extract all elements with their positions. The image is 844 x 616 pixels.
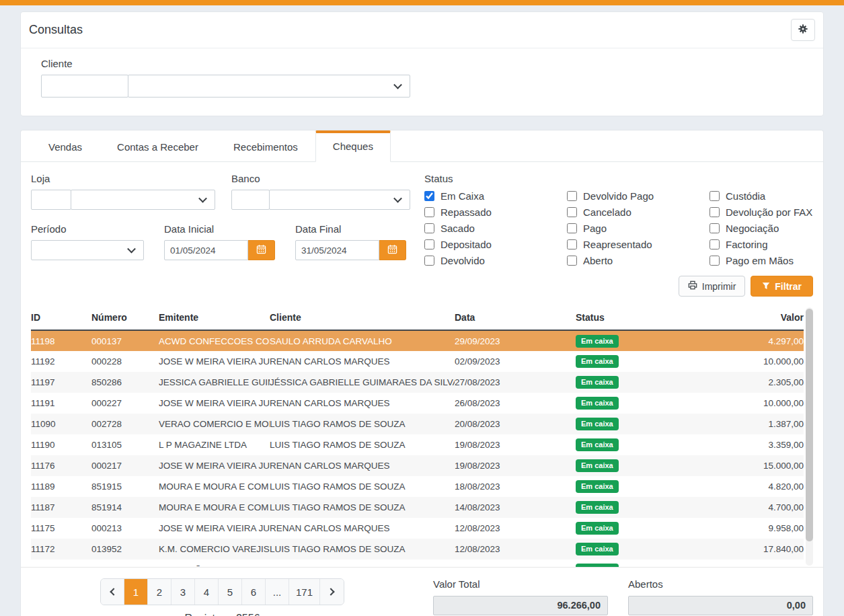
footer-bar: 123456...171 Registros: 2556 Valor Total… bbox=[21, 567, 823, 616]
status-option[interactable]: Devolvido bbox=[424, 255, 567, 266]
status-option[interactable]: Devolução por FAX bbox=[709, 206, 844, 218]
data-inicial-calendar-button[interactable] bbox=[248, 240, 275, 260]
cliente-code-input[interactable] bbox=[41, 75, 128, 98]
data-final-calendar-button[interactable] bbox=[379, 240, 406, 260]
table-row[interactable]: 11090002728VERAO COMERCIO E MODAS…LUIS T… bbox=[31, 414, 804, 434]
page-button[interactable]: 2 bbox=[148, 579, 171, 605]
cell-data: 18/08/2023 bbox=[455, 476, 576, 497]
column-header-emitente: Emitente bbox=[159, 306, 270, 330]
status-option[interactable]: Custódia bbox=[709, 190, 844, 202]
periodo-select[interactable] bbox=[31, 240, 144, 260]
status-checkbox[interactable] bbox=[709, 223, 720, 233]
status-checkbox[interactable] bbox=[424, 239, 434, 249]
status-option[interactable]: Reapresentado bbox=[567, 239, 709, 250]
table-scrollbar-thumb[interactable] bbox=[806, 309, 813, 541]
status-option[interactable]: Sacado bbox=[424, 223, 567, 234]
status-checkbox[interactable] bbox=[424, 256, 434, 266]
column-header-valor: Valor bbox=[703, 306, 804, 330]
status-option[interactable]: Repassado bbox=[424, 206, 567, 218]
status-option-label: Devolvido bbox=[440, 255, 485, 266]
data-final-input[interactable] bbox=[295, 240, 379, 260]
loja-select[interactable] bbox=[71, 190, 215, 210]
page-button[interactable]: ... bbox=[266, 579, 289, 605]
status-option-label: Depositado bbox=[440, 239, 492, 250]
chevron-left-icon bbox=[110, 588, 117, 595]
status-option[interactable]: Negociação bbox=[709, 223, 844, 234]
imprimir-button[interactable]: Imprimir bbox=[679, 276, 746, 297]
tab-recebimentos[interactable]: Recebimentos bbox=[216, 130, 315, 162]
status-option[interactable]: Aberto bbox=[567, 255, 709, 266]
cell-id: 11090 bbox=[31, 414, 91, 434]
page-button[interactable]: 3 bbox=[171, 579, 195, 605]
page-button[interactable]: 1 bbox=[124, 579, 148, 605]
page-button[interactable]: 171 bbox=[289, 579, 320, 605]
table-row[interactable]: 11191000227JOSE W MEIRA VIEIRA JUNIORREN… bbox=[31, 393, 804, 414]
tab-cheques[interactable]: Cheques bbox=[315, 130, 391, 162]
status-option[interactable]: Factoring bbox=[709, 239, 844, 250]
page-button[interactable]: 5 bbox=[219, 579, 242, 605]
pagination: 123456...171 bbox=[100, 578, 344, 605]
cliente-select[interactable] bbox=[128, 75, 410, 98]
status-checkbox[interactable] bbox=[567, 239, 577, 249]
cell-status: Em caixa bbox=[576, 539, 703, 560]
cell-valor: 10.000,00 bbox=[703, 351, 804, 372]
status-option[interactable]: Depositado bbox=[424, 239, 567, 250]
table-row[interactable]: 11176000217JOSE W MEIRA VIEIRA JUNIORREN… bbox=[31, 455, 804, 476]
status-checkbox[interactable] bbox=[567, 223, 577, 233]
status-checkbox[interactable] bbox=[567, 191, 577, 201]
filtrar-button[interactable]: Filtrar bbox=[751, 276, 813, 297]
status-badge: Em caixa bbox=[576, 397, 619, 410]
status-option[interactable]: Em Caixa bbox=[424, 190, 567, 202]
status-checkbox[interactable] bbox=[424, 223, 434, 233]
page-button[interactable]: 6 bbox=[242, 579, 266, 605]
cell-valor: 10.000,00 bbox=[703, 393, 804, 414]
status-checkbox[interactable] bbox=[567, 207, 577, 217]
top-accent-bar bbox=[0, 0, 844, 5]
status-option[interactable]: Devolvido Pago bbox=[567, 190, 709, 202]
table-row[interactable]: 11190013105L P MAGAZINE LTDALUIS TIAGO R… bbox=[31, 434, 804, 455]
banco-select[interactable] bbox=[269, 190, 410, 210]
calendar-icon bbox=[256, 244, 266, 256]
cell-data: 14/08/2023 bbox=[455, 497, 576, 518]
status-checkbox[interactable] bbox=[424, 207, 434, 217]
table-row[interactable]: 11189851915MOURA E MOURA E COM VA…LUIS T… bbox=[31, 476, 804, 497]
table-row[interactable]: 11172013952K.M. COMERCIO VAREJISTA …LUIS… bbox=[31, 539, 804, 560]
settings-button[interactable] bbox=[791, 19, 815, 41]
abertos-value: 0,00 bbox=[628, 596, 813, 615]
table-row[interactable]: 11197850286JESSICA GABRIELLE GUIMA…JÉSSI… bbox=[31, 372, 804, 393]
cell-emitente: JOSE W MEIRA VIEIRA JUNIOR bbox=[159, 351, 270, 372]
status-option-label: Em Caixa bbox=[440, 190, 484, 202]
tab-contas-a-receber[interactable]: Contas a Receber bbox=[100, 130, 216, 162]
status-badge: Em caixa bbox=[576, 376, 619, 389]
table-row[interactable]: 11175000213JOSE W MEIRA VIEIRA JUNIORREN… bbox=[31, 518, 804, 539]
table-row[interactable]: 11198000137ACWD CONFECCOES COMER…SAULO A… bbox=[31, 330, 804, 351]
column-header-numero: Número bbox=[91, 306, 159, 330]
prev-page-button[interactable] bbox=[101, 579, 124, 605]
data-inicial-input[interactable] bbox=[164, 240, 248, 260]
table-row[interactable]: 11188016920EXPLOSÃO DEZ COMERCIOLUIS TIA… bbox=[31, 560, 804, 567]
status-option[interactable]: Cancelado bbox=[567, 206, 709, 218]
status-checkbox[interactable] bbox=[709, 207, 720, 217]
loja-group: Loja bbox=[31, 173, 215, 210]
cell-valor: 1.387,00 bbox=[703, 414, 804, 434]
status-checkbox[interactable] bbox=[567, 256, 577, 266]
cell-cliente: JÉSSICA GABRIELLE GUIMARAES DA SILVA bbox=[270, 372, 455, 393]
cell-valor: 9.958,00 bbox=[703, 518, 804, 539]
loja-code-input[interactable] bbox=[31, 190, 71, 210]
status-checkbox[interactable] bbox=[709, 191, 720, 201]
status-checkbox[interactable] bbox=[424, 191, 434, 201]
banco-code-input[interactable] bbox=[231, 190, 270, 210]
status-option-label: Aberto bbox=[583, 255, 613, 266]
next-page-button[interactable] bbox=[320, 579, 344, 605]
status-checkbox[interactable] bbox=[709, 239, 720, 249]
tab-vendas[interactable]: Vendas bbox=[31, 130, 100, 162]
table-row[interactable]: 11187851914MOURA E MOURA E COM VA…LUIS T… bbox=[31, 497, 804, 518]
status-checkbox[interactable] bbox=[709, 256, 720, 266]
cell-id: 11188 bbox=[31, 560, 91, 567]
page-button[interactable]: 4 bbox=[195, 579, 219, 605]
table-scrollbar[interactable] bbox=[806, 307, 813, 566]
table-row[interactable]: 11192000228JOSE W MEIRA VIEIRA JUNIORREN… bbox=[31, 351, 804, 372]
status-option[interactable]: Pago em Mãos bbox=[709, 255, 844, 266]
tab-bar: Vendas Contas a Receber Recebimentos Che… bbox=[21, 130, 823, 162]
status-option[interactable]: Pago bbox=[567, 223, 709, 234]
